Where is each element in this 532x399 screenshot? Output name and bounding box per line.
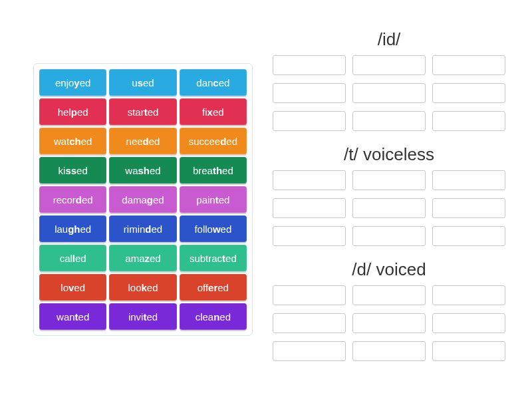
drop-slot[interactable] [273,198,346,218]
word-tile[interactable]: used [109,69,176,96]
tile-text-bold: p [71,106,77,118]
drop-slot[interactable] [432,198,505,218]
word-tile[interactable]: started [109,98,176,125]
target-group: /d/ voiced [273,259,505,370]
word-tile[interactable]: subtracted [180,245,247,271]
tile-text-pre: subtrac [190,253,222,264]
word-tile[interactable]: invited [109,303,176,330]
tile-text-pre: lau [55,223,68,235]
tile-text-post: ed [76,165,88,176]
tile-text-post: ed [225,253,237,264]
drop-slot[interactable] [273,55,346,75]
word-tile[interactable]: offered [180,274,247,301]
tile-text-pre: fi [202,106,207,118]
drop-slot[interactable] [273,170,346,190]
tile-text-post: ed [80,223,92,235]
group-title: /t/ voiceless [273,144,505,165]
tile-text-bold: k [141,282,146,293]
word-tile[interactable]: helped [39,98,106,125]
tile-text-pre: u [132,77,137,88]
tile-text-post: ed [148,106,159,118]
activity-stage: enjoyeduseddancedhelpedstartedfixedwatch… [0,0,532,399]
tile-text-post: ed [149,136,160,147]
word-tile[interactable]: needed [109,128,176,154]
drop-slot[interactable] [273,111,346,131]
word-tile[interactable]: looked [109,274,176,301]
tile-text-bold: ss [65,165,76,176]
word-tile[interactable]: riminded [109,215,176,242]
tile-text-bold: v [68,282,74,293]
word-tile[interactable]: laughed [39,215,106,242]
tile-text-pre: wa [125,165,138,176]
tile-text-pre: off [198,282,208,293]
word-tile[interactable]: watched [39,128,106,154]
target-group: /t/ voiceless [273,144,505,255]
word-tile[interactable]: loved [39,274,106,301]
word-tile[interactable]: fixed [180,98,247,125]
drop-grid [273,55,505,140]
word-tile[interactable]: danced [180,69,247,96]
tile-text-bold: y [74,77,79,88]
drop-slot[interactable] [273,226,346,246]
word-tile[interactable]: painted [180,186,247,213]
drop-slot[interactable] [432,170,505,190]
drop-slot[interactable] [432,341,505,361]
drop-slot[interactable] [352,198,426,218]
word-tile[interactable]: kissed [39,157,106,184]
word-tile[interactable]: amazed [109,245,176,271]
drop-slot[interactable] [352,170,426,190]
drop-slot[interactable] [352,83,426,103]
drop-slot[interactable] [432,111,505,131]
tile-text-pre: hel [58,106,71,118]
tile-text-post: ed [147,282,158,293]
tile-text-pre: wat [54,136,69,147]
word-tile[interactable]: cleaned [180,303,247,330]
drop-slot[interactable] [273,313,346,333]
drop-slot[interactable] [352,226,426,246]
drop-slot[interactable] [432,55,505,75]
tile-text-bold: n [213,311,219,323]
tile-text-post: ed [150,165,161,176]
drop-slot[interactable] [273,285,346,305]
drop-slot[interactable] [432,313,505,333]
drop-slot[interactable] [352,285,426,305]
tile-text-post: ed [77,106,88,118]
drop-slot[interactable] [432,285,505,305]
tile-text-pre: rimin [124,223,146,235]
tile-text-pre: ama [125,253,144,264]
tile-text-pre: brea [193,165,213,176]
target-group: /id/ [273,29,505,140]
tile-text-pre: wan [57,311,75,323]
drop-slot[interactable] [352,55,426,75]
drop-grid [273,170,505,255]
tile-text-post: ed [80,77,91,88]
tile-text-pre: ki [59,165,66,176]
tile-text-bold: x [207,106,213,118]
drop-slot[interactable] [432,83,505,103]
tile-text-bold: d [145,223,151,235]
drop-slot[interactable] [432,226,505,246]
tile-text-post: ed [150,253,161,264]
word-tile[interactable]: called [39,245,106,271]
tile-text-post: ed [217,282,229,293]
word-tile[interactable]: breathed [180,157,247,184]
word-tile[interactable]: damaged [109,186,176,213]
word-tile[interactable]: recorded [39,186,106,213]
tile-text-bold: d [143,136,149,147]
drop-slot[interactable] [273,83,346,103]
word-tile[interactable]: enjoyed [39,69,106,96]
drop-slot[interactable] [273,341,346,361]
tile-text-pre: star [128,106,144,118]
tile-text-pre: clea [196,311,214,323]
tile-text-post: ed [74,282,85,293]
tile-text-post: ed [81,136,92,147]
word-tile[interactable]: wanted [39,303,106,330]
drop-slot[interactable] [352,313,426,333]
tile-text-post: ed [146,311,158,323]
tile-text-bold: d [220,136,226,147]
word-tile[interactable]: washed [109,157,176,184]
word-tile[interactable]: followed [180,215,247,242]
drop-slot[interactable] [352,341,426,361]
word-tile[interactable]: succeeded [180,128,247,154]
drop-slot[interactable] [352,111,426,131]
